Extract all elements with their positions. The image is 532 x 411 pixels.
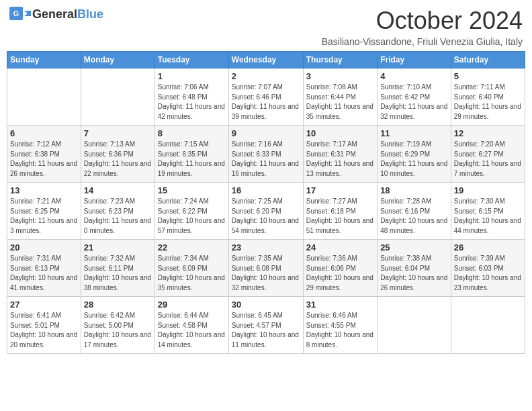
day-number: 2 [232,71,300,81]
sunset-text: Sunset: 6:36 PM [84,150,134,158]
day-info: Sunrise: 7:21 AM Sunset: 6:25 PM Dayligh… [10,197,78,236]
calendar-table: Sunday Monday Tuesday Wednesday Thursday… [7,51,525,354]
day-info: Sunrise: 7:17 AM Sunset: 6:31 PM Dayligh… [306,140,374,179]
calendar-cell [451,297,525,354]
day-number: 12 [454,128,522,138]
day-number: 15 [158,185,226,195]
calendar-cell: 9 Sunrise: 7:16 AM Sunset: 6:33 PM Dayli… [228,126,303,183]
daylight-text: Daylight: 11 hours and 7 minutes. [454,160,521,177]
col-saturday: Saturday [451,52,525,68]
sunset-text: Sunset: 6:03 PM [454,265,504,272]
day-number: 9 [232,128,300,138]
day-info: Sunrise: 7:07 AM Sunset: 6:46 PM Dayligh… [232,83,300,122]
day-number: 23 [232,242,300,253]
sunrise-text: Sunrise: 7:07 AM [232,83,283,91]
day-number: 13 [10,185,78,195]
day-info: Sunrise: 7:36 AM Sunset: 6:06 PM Dayligh… [306,254,374,293]
calendar-cell: 18 Sunrise: 7:28 AM Sunset: 6:16 PM Dayl… [378,183,451,240]
daylight-text: Daylight: 11 hours and 22 minutes. [84,160,151,177]
calendar-cell: 11 Sunrise: 7:19 AM Sunset: 6:29 PM Dayl… [378,126,451,183]
day-number: 27 [10,300,78,310]
day-number: 16 [232,185,300,195]
calendar-cell: 16 Sunrise: 7:25 AM Sunset: 6:20 PM Dayl… [228,183,303,240]
calendar-week-row: 27 Sunrise: 6:41 AM Sunset: 5:01 PM Dayl… [7,297,525,354]
day-info: Sunrise: 7:34 AM Sunset: 6:09 PM Dayligh… [158,254,226,293]
daylight-text: Daylight: 11 hours and 39 minutes. [232,103,299,120]
sunrise-text: Sunrise: 7:10 AM [380,83,431,91]
svg-text:G: G [13,9,19,17]
sunset-text: Sunset: 6:09 PM [158,265,208,272]
day-number: 17 [306,185,374,195]
calendar-cell: 13 Sunrise: 7:21 AM Sunset: 6:25 PM Dayl… [7,183,81,240]
daylight-text: Daylight: 11 hours and 42 minutes. [158,103,225,120]
day-number: 22 [158,242,226,253]
calendar-cell: 4 Sunrise: 7:10 AM Sunset: 6:42 PM Dayli… [378,68,451,126]
sunrise-text: Sunrise: 6:46 AM [306,312,357,319]
sunrise-text: Sunrise: 7:16 AM [232,140,283,148]
day-number: 31 [306,300,374,310]
day-number: 29 [158,300,226,310]
daylight-text: Daylight: 10 hours and 23 minutes. [454,274,521,291]
daylight-text: Daylight: 10 hours and 32 minutes. [232,274,299,291]
calendar-week-row: 13 Sunrise: 7:21 AM Sunset: 6:25 PM Dayl… [7,183,525,240]
daylight-text: Daylight: 11 hours and 3 minutes. [10,217,77,234]
day-number: 21 [84,242,152,253]
daylight-text: Daylight: 10 hours and 54 minutes. [232,217,299,234]
sunset-text: Sunset: 6:13 PM [10,265,60,272]
sunset-text: Sunset: 6:31 PM [306,150,356,158]
sunset-text: Sunset: 6:06 PM [306,265,356,272]
day-number: 20 [10,242,78,253]
day-info: Sunrise: 7:30 AM Sunset: 6:15 PM Dayligh… [454,197,522,236]
sunset-text: Sunset: 6:40 PM [454,93,504,101]
day-info: Sunrise: 6:41 AM Sunset: 5:01 PM Dayligh… [10,311,78,350]
col-sunday: Sunday [7,52,81,68]
day-info: Sunrise: 7:06 AM Sunset: 6:48 PM Dayligh… [158,83,226,122]
daylight-text: Daylight: 11 hours and 35 minutes. [306,103,373,120]
sunrise-text: Sunrise: 7:31 AM [10,255,61,262]
daylight-text: Daylight: 10 hours and 8 minutes. [306,331,373,349]
daylight-text: Daylight: 10 hours and 20 minutes. [10,331,77,349]
sunrise-text: Sunrise: 6:44 AM [158,312,209,319]
sunset-text: Sunset: 6:48 PM [158,93,208,101]
calendar-week-row: 1 Sunrise: 7:06 AM Sunset: 6:48 PM Dayli… [7,68,525,126]
col-monday: Monday [81,52,154,68]
calendar-week-row: 6 Sunrise: 7:12 AM Sunset: 6:38 PM Dayli… [7,126,525,183]
sunset-text: Sunset: 6:08 PM [232,265,281,272]
daylight-text: Daylight: 11 hours and 16 minutes. [232,160,299,177]
day-number: 6 [10,128,78,138]
sunrise-text: Sunrise: 7:23 AM [84,197,135,205]
day-info: Sunrise: 7:32 AM Sunset: 6:11 PM Dayligh… [84,254,152,293]
calendar-cell: 17 Sunrise: 7:27 AM Sunset: 6:18 PM Dayl… [303,183,377,240]
sunrise-text: Sunrise: 7:11 AM [454,83,505,91]
sunrise-text: Sunrise: 7:17 AM [306,140,357,148]
day-number: 4 [380,71,448,81]
daylight-text: Daylight: 10 hours and 44 minutes. [454,217,521,234]
day-number: 7 [84,128,152,138]
daylight-text: Daylight: 11 hours and 19 minutes. [158,160,225,177]
logo: G GeneralBlue [9,7,103,21]
sunset-text: Sunset: 6:33 PM [232,150,281,158]
sunrise-text: Sunrise: 7:39 AM [454,255,505,262]
day-number: 26 [454,242,522,253]
month-title: October 2024 [322,7,523,35]
day-info: Sunrise: 7:31 AM Sunset: 6:13 PM Dayligh… [10,254,78,293]
day-info: Sunrise: 7:16 AM Sunset: 6:33 PM Dayligh… [232,140,300,179]
day-info: Sunrise: 7:27 AM Sunset: 6:18 PM Dayligh… [306,197,374,236]
day-info: Sunrise: 7:23 AM Sunset: 6:23 PM Dayligh… [84,197,152,236]
day-info: Sunrise: 7:25 AM Sunset: 6:20 PM Dayligh… [232,197,300,236]
day-info: Sunrise: 7:12 AM Sunset: 6:38 PM Dayligh… [10,140,78,179]
logo-general-text: General [32,7,77,21]
daylight-text: Daylight: 10 hours and 57 minutes. [158,217,225,234]
sunrise-text: Sunrise: 7:28 AM [380,197,431,205]
calendar-cell: 2 Sunrise: 7:07 AM Sunset: 6:46 PM Dayli… [228,68,303,126]
day-number: 11 [380,128,448,138]
calendar-cell: 25 Sunrise: 7:38 AM Sunset: 6:04 PM Dayl… [378,240,451,297]
col-thursday: Thursday [303,52,377,68]
sunrise-text: Sunrise: 7:13 AM [84,140,135,148]
day-info: Sunrise: 6:44 AM Sunset: 4:58 PM Dayligh… [158,311,226,350]
sunset-text: Sunset: 6:46 PM [232,93,281,101]
day-number: 18 [380,185,448,195]
calendar-cell: 30 Sunrise: 6:45 AM Sunset: 4:57 PM Dayl… [228,297,303,354]
daylight-text: Daylight: 10 hours and 51 minutes. [306,217,373,234]
daylight-text: Daylight: 11 hours and 0 minutes. [84,217,151,234]
